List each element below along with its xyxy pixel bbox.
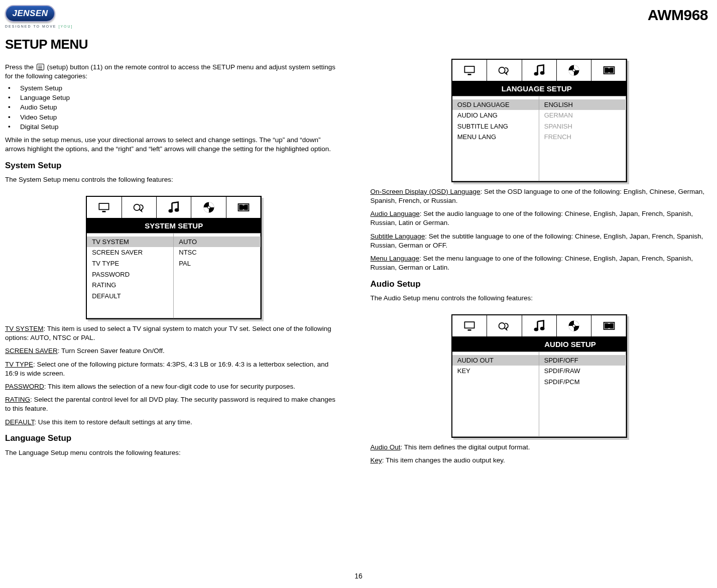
brand-name: JENSEN xyxy=(5,5,55,22)
option-french[interactable]: FRENCH xyxy=(544,132,621,143)
item-text: : This item allows the selection of a ne… xyxy=(44,383,295,390)
item-label: TV SYSTEM xyxy=(5,325,44,332)
item-text: : This item defines the digital output f… xyxy=(401,443,530,451)
tab-language[interactable] xyxy=(487,60,522,81)
menu-item-menu-lang[interactable]: MENU LANG xyxy=(457,132,534,143)
category-list: System Setup Language Setup Audio Setup … xyxy=(8,84,343,132)
audio-setup-osd: AUDIO SETUP AUDIO OUT KEY SPDIF/OFF SPDI… xyxy=(451,314,627,438)
item-text: : This item changes the audio output key… xyxy=(382,456,505,464)
item-text: : Turn Screen Saver feature On/Off. xyxy=(58,347,165,355)
option-english[interactable]: ENGLISH xyxy=(539,99,626,110)
menu-item-audio-lang[interactable]: AUDIO LANG xyxy=(457,110,534,121)
option-spdif-off[interactable]: SPDIF/OFF xyxy=(539,355,626,366)
item-label: Key xyxy=(371,456,382,464)
tab-audio[interactable] xyxy=(157,197,191,218)
dolby-icon xyxy=(602,319,617,333)
intro-text: Press the (setup) button (11) on the rem… xyxy=(5,63,343,81)
tab-system[interactable] xyxy=(452,60,487,81)
tab-system[interactable] xyxy=(87,197,122,218)
dolby-icon xyxy=(236,200,251,214)
option-spdif-raw[interactable]: SPDIF/RAW xyxy=(544,366,621,377)
item-label: Audio Language xyxy=(371,210,420,217)
music-note-icon xyxy=(532,319,547,333)
left-column: Press the (setup) button (11) on the rem… xyxy=(5,59,343,468)
page-header: JENSEN DESIGNED TO MOVE [YOU] AWM968 xyxy=(5,5,708,29)
option-ntsc[interactable]: NTSC xyxy=(179,247,256,258)
menu-item-screen-saver[interactable]: SCREEN SAVER xyxy=(92,247,168,258)
menu-item-default[interactable]: DEFAULT xyxy=(92,291,168,302)
navigation-help: While in the setup menus, use your direc… xyxy=(5,136,343,154)
list-item: System Setup xyxy=(8,84,343,93)
osd-title: LANGUAGE SETUP xyxy=(452,84,626,94)
tab-audio[interactable] xyxy=(522,315,557,336)
item-label: Subtitle Language xyxy=(371,232,425,240)
language-setup-lead: The Language Setup menu controls the fol… xyxy=(5,448,343,457)
tab-audio[interactable] xyxy=(522,60,557,81)
speech-bubble-icon xyxy=(132,200,147,214)
item-text: : This item is used to select a TV signa… xyxy=(5,325,331,341)
list-item: Language Setup xyxy=(8,93,343,102)
page-title: SETUP MENU xyxy=(5,36,708,53)
brand-logo: JENSEN DESIGNED TO MOVE [YOU] xyxy=(5,5,73,29)
menu-item-tv-type[interactable]: TV TYPE xyxy=(92,258,168,269)
item-label: PASSWORD xyxy=(5,383,44,390)
osd-title: SYSTEM SETUP xyxy=(87,221,261,231)
language-setup-osd: LANGUAGE SETUP OSD LANGUAGE AUDIO LANG S… xyxy=(451,59,627,182)
music-note-icon xyxy=(532,63,547,77)
system-setup-lead: The System Setup menu controls the follo… xyxy=(5,175,343,184)
tv-icon xyxy=(96,200,111,214)
item-text: : Select the parental control level for … xyxy=(5,396,335,412)
disc-icon xyxy=(566,63,581,77)
item-label: TV TYPE xyxy=(5,361,33,368)
menu-item-subtitle-lang[interactable]: SUBTITLE LANG xyxy=(457,121,534,132)
menu-item-password[interactable]: PASSWORD xyxy=(92,269,168,280)
item-label: On-Screen Display (OSD) Language xyxy=(371,188,481,195)
item-label: Menu Language xyxy=(371,255,420,262)
tab-video[interactable] xyxy=(191,197,226,218)
tv-icon xyxy=(462,319,477,333)
page-number: 16 xyxy=(0,571,717,581)
model-number: AWM968 xyxy=(648,5,708,26)
item-text: : Use this item to restore default setti… xyxy=(34,418,192,426)
tab-language[interactable] xyxy=(122,197,157,218)
list-item: Audio Setup xyxy=(8,103,343,112)
menu-item-audio-out[interactable]: AUDIO OUT xyxy=(452,355,539,366)
tv-icon xyxy=(462,63,477,77)
language-setup-heading: Language Setup xyxy=(5,433,343,444)
system-setup-osd: SYSTEM SETUP TV SYSTEM SCREEN SAVER TV T… xyxy=(86,196,262,319)
right-column: LANGUAGE SETUP OSD LANGUAGE AUDIO LANG S… xyxy=(371,59,708,468)
tab-system[interactable] xyxy=(452,315,487,336)
item-label: Audio Out xyxy=(371,443,401,451)
tab-digital[interactable] xyxy=(591,60,626,81)
music-note-icon xyxy=(166,200,181,214)
list-item: Video Setup xyxy=(8,113,343,122)
audio-setup-lead: The Audio Setup menu controls the follow… xyxy=(371,294,708,303)
setup-button-icon xyxy=(37,64,44,70)
option-pal[interactable]: PAL xyxy=(179,258,256,269)
tab-digital[interactable] xyxy=(226,197,261,218)
menu-item-osd-language[interactable]: OSD LANGUAGE xyxy=(452,99,539,110)
item-label: SCREEN SAVER xyxy=(5,347,58,355)
tab-digital[interactable] xyxy=(591,315,626,336)
tab-video[interactable] xyxy=(557,60,591,81)
menu-item-tv-system[interactable]: TV SYSTEM xyxy=(87,237,173,248)
tagline-a: DESIGNED TO MOVE xyxy=(5,25,57,28)
disc-icon xyxy=(566,319,581,333)
option-spdif-pcm[interactable]: SPDIF/PCM xyxy=(544,377,621,388)
speech-bubble-icon xyxy=(497,319,512,333)
list-item: Digital Setup xyxy=(8,123,343,132)
item-label: RATING xyxy=(5,396,30,403)
menu-item-key[interactable]: KEY xyxy=(457,366,534,377)
option-spanish[interactable]: SPANISH xyxy=(544,121,621,132)
speech-bubble-icon xyxy=(497,63,512,77)
tagline-b: [YOU] xyxy=(59,25,73,28)
audio-setup-heading: Audio Setup xyxy=(371,279,708,290)
item-label: DEFAULT xyxy=(5,418,34,426)
tab-language[interactable] xyxy=(487,315,522,336)
disc-icon xyxy=(201,200,216,214)
tab-video[interactable] xyxy=(557,315,591,336)
osd-title: AUDIO SETUP xyxy=(452,339,626,349)
menu-item-rating[interactable]: RATING xyxy=(92,280,168,291)
option-auto[interactable]: AUTO xyxy=(174,237,261,248)
option-german[interactable]: GERMAN xyxy=(544,110,621,121)
